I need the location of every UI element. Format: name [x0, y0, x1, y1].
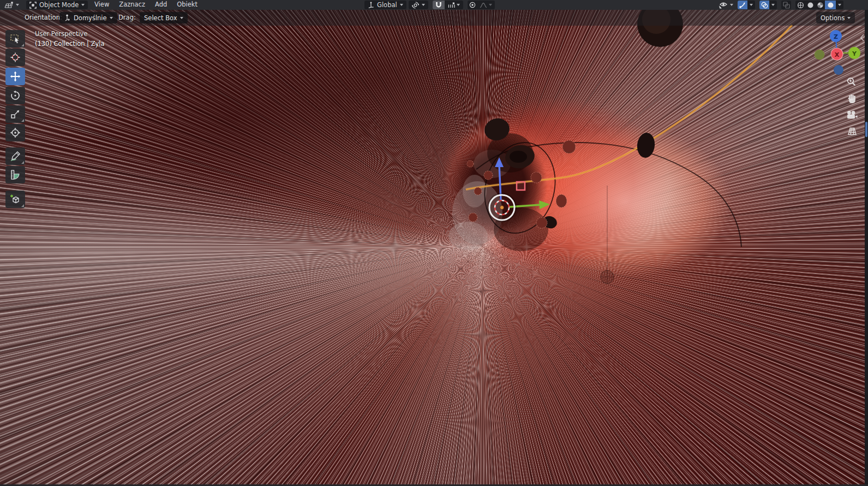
options-dropdown[interactable]: Options: [816, 12, 855, 23]
tool-settings-bar: Orientation: Domyślnie Drag: Select Box …: [0, 10, 868, 26]
tool-add-cube[interactable]: [5, 191, 25, 208]
chevron-down-icon: [16, 4, 19, 6]
drag-mode-dropdown[interactable]: Select Box: [140, 12, 188, 23]
rotate-icon: [10, 90, 21, 101]
proportional-editing-toggle[interactable]: [468, 1, 477, 9]
proportional-falloff-dropdown[interactable]: [477, 1, 495, 9]
shading-solid-button[interactable]: [805, 1, 815, 9]
chevron-down-icon: [750, 4, 753, 6]
chevron-down-icon: [730, 4, 733, 6]
gizmo-arrow-icon: [739, 2, 746, 8]
active-collection-label: (130) Collection | Zyla: [35, 40, 105, 48]
proportional-editing-icon: [469, 2, 476, 8]
shading-dropdown[interactable]: [836, 1, 843, 9]
object-visibility-dropdown[interactable]: [716, 1, 735, 9]
editor-type-button[interactable]: [2, 1, 21, 9]
tool-select-box[interactable]: [5, 30, 25, 48]
pivot-point-dropdown[interactable]: [409, 1, 428, 9]
magnet-icon: [435, 2, 442, 8]
tool-transform[interactable]: [5, 124, 25, 141]
wireframe-sphere-icon: [797, 2, 804, 9]
chevron-down-icon: [847, 17, 851, 19]
object-mode-icon: [29, 2, 37, 9]
menu-select[interactable]: Zaznacz: [114, 0, 150, 10]
gizmos-dropdown[interactable]: [747, 1, 755, 9]
chevron-down-icon: [422, 4, 425, 6]
drag-mode-value: Select Box: [144, 14, 177, 22]
xray-toggle[interactable]: [781, 1, 791, 9]
chevron-down-icon: [771, 4, 775, 6]
view-perspective-label: User Perspective: [35, 30, 87, 38]
3d-cursor-icon: [10, 52, 21, 63]
solid-sphere-icon: [807, 2, 814, 9]
transform-orientation-value: Global: [377, 1, 397, 9]
shading-material-button[interactable]: [815, 1, 825, 9]
tool-3d-cursor[interactable]: [5, 49, 25, 66]
options-label: Options: [821, 14, 845, 22]
chevron-down-icon: [110, 17, 113, 19]
menu-view[interactable]: View: [89, 0, 114, 10]
xray-icon: [783, 2, 790, 9]
tool-move[interactable]: [5, 68, 25, 85]
snap-toggle-button[interactable]: [433, 1, 445, 9]
drag-label: Drag:: [118, 14, 136, 21]
menu-object[interactable]: Obiekt: [172, 0, 202, 10]
snap-settings-dropdown[interactable]: [445, 1, 463, 9]
gizmos-toggle[interactable]: [738, 1, 747, 9]
pivot-point-icon: [412, 2, 419, 9]
chevron-down-icon: [400, 4, 403, 6]
chevron-down-icon: [489, 4, 492, 6]
mode-value: Object Mode: [39, 1, 79, 9]
tool-measure[interactable]: [5, 166, 25, 183]
chevron-down-icon: [81, 4, 85, 6]
orientation-label: Orientation:: [25, 14, 62, 21]
falloff-curve-icon: [480, 2, 487, 8]
menu-add[interactable]: Add: [150, 0, 172, 10]
rendered-sphere-icon: [827, 2, 834, 9]
add-cube-icon: [10, 194, 21, 205]
scale-icon: [10, 109, 21, 120]
mode-dropdown[interactable]: Object Mode: [26, 1, 88, 9]
orientation-axes-icon: [368, 2, 374, 8]
chevron-down-icon: [180, 17, 183, 19]
annotate-pen-icon: [10, 151, 21, 162]
shading-wireframe-button[interactable]: [795, 1, 805, 9]
overlays-icon: [761, 2, 768, 9]
visibility-eye-icon: [719, 2, 728, 9]
window-right-edge: [865, 0, 868, 486]
blender-window: Z Y X User Perspective (130) C: [0, 0, 868, 486]
overlays-dropdown[interactable]: [769, 1, 777, 9]
transform-orientation-dropdown[interactable]: Global: [364, 1, 406, 9]
3d-viewport-editor-icon: [4, 1, 14, 9]
orientation-value: Domyślnie: [74, 14, 107, 22]
orientation-dropdown[interactable]: Domyślnie: [59, 12, 117, 23]
edge-blue-indicator: [865, 122, 867, 137]
overlays-toggle[interactable]: [759, 1, 769, 9]
tool-rotate[interactable]: [5, 87, 25, 104]
move-cross-icon: [10, 71, 21, 82]
measure-icon: [10, 169, 21, 180]
shading-rendered-button[interactable]: [825, 1, 836, 9]
tool-scale[interactable]: [5, 105, 25, 123]
snap-increment-icon: [448, 2, 455, 8]
material-sphere-icon: [817, 2, 824, 9]
chevron-down-icon: [457, 4, 460, 6]
tool-annotate[interactable]: [5, 147, 25, 165]
orientation-gizmo-icon: [64, 14, 71, 21]
chevron-down-icon: [838, 4, 841, 6]
transform-icon: [10, 127, 21, 138]
viewport-tunnel-hole: [0, 0, 868, 486]
viewport-header-bar: Object Mode View Zaznacz Add Obiekt Glob…: [0, 0, 868, 10]
